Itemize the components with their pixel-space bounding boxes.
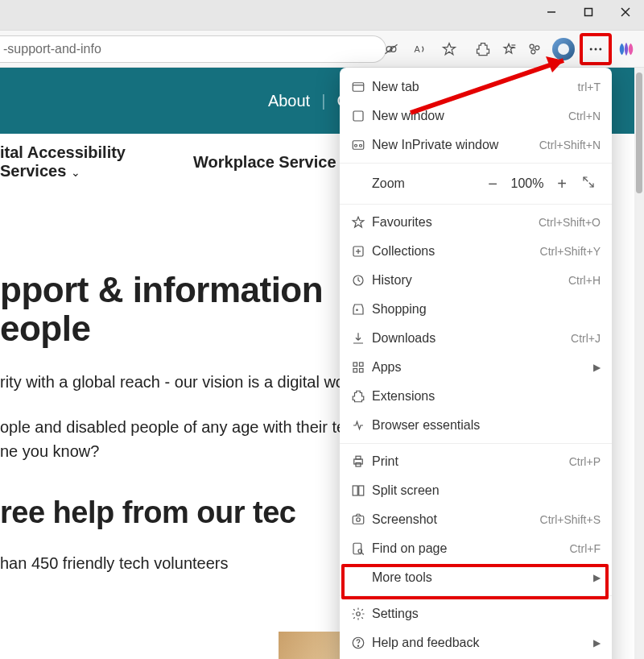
svg-point-13 — [535, 46, 539, 50]
menu-screenshot[interactable]: Screenshot Ctrl+Shift+S — [340, 505, 612, 534]
menu-screenshot-label: Screenshot — [372, 512, 540, 527]
extensions-icon[interactable] — [470, 36, 496, 62]
svg-point-15 — [590, 48, 592, 51]
zoom-value: 100% — [507, 176, 547, 191]
menu-favourites-shortcut: Ctrl+Shift+O — [539, 216, 601, 229]
menu-more-tools-label: More tools — [372, 570, 591, 585]
menu-screenshot-shortcut: Ctrl+Shift+S — [540, 513, 601, 526]
svg-point-46 — [357, 645, 358, 646]
svg-point-44 — [357, 612, 361, 616]
nav-separator: | — [321, 92, 325, 110]
favourites-icon — [351, 215, 372, 230]
page-paragraph-2a: ople and disabled people of any age with… — [0, 418, 353, 436]
menu-shopping[interactable]: Shopping — [340, 295, 612, 324]
collections-icon[interactable] — [522, 36, 547, 62]
collections-icon — [351, 244, 372, 259]
menu-new-tab-label: New tab — [372, 80, 578, 94]
menu-settings[interactable]: Settings — [340, 599, 612, 628]
add-favourite-star-icon[interactable] — [436, 36, 462, 62]
address-bar[interactable]: -support-and-info — [0, 35, 386, 63]
nav-accessibility-line1[interactable]: ital Accessibility — [0, 143, 161, 162]
zoom-out-button[interactable]: − — [478, 175, 507, 193]
svg-rect-36 — [356, 463, 361, 467]
svg-point-16 — [595, 48, 597, 51]
svg-point-29 — [357, 309, 358, 311]
read-aloud-icon[interactable]: A — [407, 36, 433, 62]
menu-zoom-row: Zoom − 100% + — [340, 167, 612, 201]
menu-inprivate-label: New InPrivate window — [372, 138, 539, 152]
menu-extensions[interactable]: Extensions — [340, 382, 612, 411]
menu-find-shortcut: Ctrl+F — [570, 542, 601, 555]
svg-marker-8 — [444, 44, 456, 55]
svg-rect-37 — [353, 486, 357, 495]
menu-downloads[interactable]: Downloads Ctrl+J — [340, 324, 612, 353]
copilot-button[interactable] — [613, 36, 639, 62]
menu-favourites-label: Favourites — [372, 215, 539, 230]
svg-text:A: A — [415, 44, 421, 54]
svg-marker-24 — [353, 217, 364, 227]
menu-apps-label: Apps — [372, 360, 591, 375]
menu-new-window-shortcut: Ctrl+N — [568, 110, 601, 122]
shopping-icon — [351, 302, 372, 317]
window-maximize-button[interactable] — [570, 0, 607, 24]
help-icon — [351, 636, 372, 650]
history-icon — [351, 273, 372, 288]
svg-rect-31 — [360, 363, 364, 367]
menu-split-screen[interactable]: Split screen — [340, 476, 612, 505]
apps-icon — [351, 360, 372, 375]
profile-avatar-button[interactable] — [552, 38, 575, 60]
menu-print[interactable]: Print Ctrl+P — [340, 447, 612, 476]
extensions-menu-icon — [351, 389, 372, 404]
tracking-prevention-icon[interactable] — [378, 36, 404, 62]
menu-help-feedback[interactable]: Help and feedback ▶ — [340, 628, 612, 657]
scrollbar-thumb[interactable] — [636, 73, 642, 193]
nav-about-link[interactable]: About — [268, 92, 310, 110]
svg-rect-39 — [353, 516, 364, 524]
submenu-arrow-icon: ▶ — [591, 362, 601, 373]
menu-more-tools[interactable]: More tools ▶ — [340, 563, 612, 592]
menu-print-label: Print — [372, 454, 569, 469]
page-heading-line2: eople — [0, 309, 90, 348]
menu-find-on-page[interactable]: Find on page Ctrl+F — [340, 534, 612, 563]
find-icon — [351, 541, 372, 556]
menu-history-shortcut: Ctrl+H — [568, 274, 601, 287]
menu-apps[interactable]: Apps ▶ — [340, 353, 612, 382]
menu-shopping-label: Shopping — [372, 302, 601, 317]
nav-accessibility-line2[interactable]: Services — [0, 162, 66, 180]
window-close-button[interactable] — [607, 0, 644, 24]
svg-rect-32 — [353, 369, 357, 373]
menu-history-label: History — [372, 273, 568, 288]
zoom-in-button[interactable]: + — [547, 175, 576, 193]
menu-inprivate[interactable]: New InPrivate window Ctrl+Shift+N — [340, 131, 612, 160]
vertical-scrollbar[interactable] — [634, 68, 644, 659]
menu-browser-essentials[interactable]: Browser essentials — [340, 411, 612, 440]
downloads-icon — [351, 331, 372, 346]
settings-gear-icon — [351, 607, 372, 621]
menu-collections[interactable]: Collections Ctrl+Shift+Y — [340, 237, 612, 266]
menu-separator — [340, 443, 612, 444]
menu-collections-shortcut: Ctrl+Shift+Y — [540, 245, 601, 258]
svg-rect-30 — [353, 363, 357, 367]
svg-point-23 — [360, 144, 362, 147]
nav-workplace-link[interactable]: Workplace Service — [193, 153, 336, 172]
menu-new-window[interactable]: New window Ctrl+N — [340, 102, 612, 131]
settings-and-more-menu: New tab trl+T New window Ctrl+N New InPr… — [340, 68, 612, 659]
settings-and-more-button[interactable] — [580, 33, 612, 65]
menu-downloads-shortcut: Ctrl+J — [571, 332, 601, 345]
menu-history[interactable]: History Ctrl+H — [340, 266, 612, 295]
menu-favourites[interactable]: Favourites Ctrl+Shift+O — [340, 208, 612, 237]
svg-point-22 — [355, 144, 357, 147]
svg-line-43 — [362, 553, 364, 554]
menu-new-window-label: New window — [372, 109, 568, 123]
svg-rect-18 — [353, 83, 364, 92]
toolbar-row: -support-and-info A — [0, 31, 644, 68]
window-minimize-button[interactable] — [533, 0, 570, 24]
fullscreen-button[interactable] — [576, 175, 601, 193]
submenu-arrow-icon: ▶ — [591, 572, 601, 583]
favourites-toolbar-icon[interactable] — [496, 36, 522, 62]
svg-point-12 — [530, 44, 534, 48]
svg-rect-20 — [353, 111, 363, 121]
menu-new-tab[interactable]: New tab trl+T — [340, 73, 612, 102]
page-paragraph-2b: ne you know? — [0, 442, 99, 460]
menu-collections-label: Collections — [372, 244, 540, 259]
